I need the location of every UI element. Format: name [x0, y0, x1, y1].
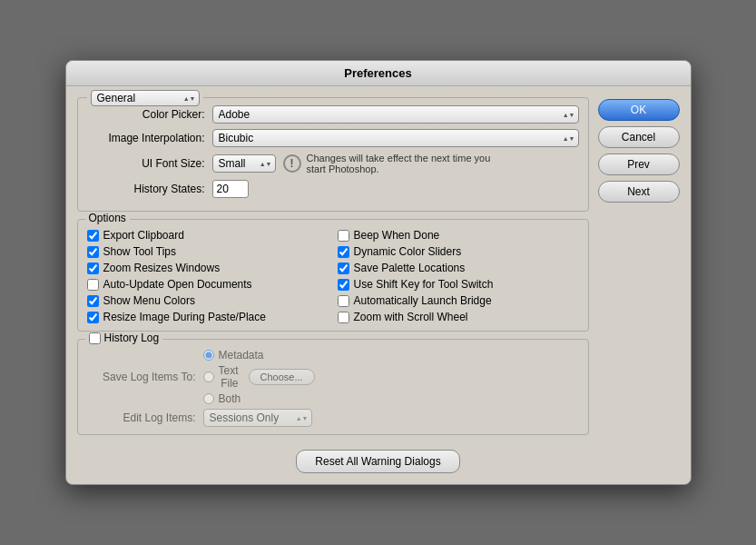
- option-zoom-scroll[interactable]: Zoom with Scroll Wheel: [338, 311, 579, 323]
- image-interp-select[interactable]: Bicubic: [212, 129, 579, 147]
- history-log-legend: History Log: [85, 332, 163, 344]
- checkbox-save-palette-locations[interactable]: [338, 263, 349, 274]
- option-save-palette-locations[interactable]: Save Palette Locations: [338, 262, 579, 274]
- reset-row: Reset All Warning Dialogs: [77, 450, 680, 473]
- option-show-menu-colors[interactable]: Show Menu Colors: [87, 294, 329, 307]
- edit-log-select-wrapper[interactable]: Sessions Only: [203, 409, 312, 427]
- option-auto-launch-bridge[interactable]: Automatically Launch Bridge: [338, 294, 579, 307]
- options-legend: Options: [85, 212, 130, 224]
- checkbox-use-shift-key[interactable]: [338, 279, 349, 291]
- radio-text-file-input[interactable]: [203, 372, 214, 382]
- color-picker-select-wrapper[interactable]: Adobe: [212, 105, 579, 124]
- image-interp-row: Image Interpolation: Bicubic: [87, 129, 579, 147]
- dialog-footer: Reset All Warning Dialogs: [66, 450, 691, 484]
- radio-both-input[interactable]: [203, 393, 214, 404]
- radio-both[interactable]: Both: [203, 392, 312, 405]
- radio-group: Metadata Text File Choose... Both: [203, 349, 319, 405]
- general-section: General Color Picker: Adobe Image Inte: [77, 97, 589, 212]
- color-picker-row: Color Picker: Adobe: [87, 105, 579, 124]
- checkbox-show-tool-tips[interactable]: [87, 246, 99, 258]
- ui-font-label: UI Font Size:: [87, 157, 205, 170]
- prev-button[interactable]: Prev: [598, 154, 680, 175]
- option-dynamic-color-sliders[interactable]: Dynamic Color Sliders: [338, 245, 579, 258]
- radio-metadata[interactable]: Metadata: [203, 349, 312, 362]
- option-zoom-resizes-windows[interactable]: Zoom Resizes Windows: [87, 262, 329, 274]
- edit-log-label: Edit Log Items:: [87, 411, 196, 424]
- category-select[interactable]: General: [91, 90, 200, 106]
- next-button[interactable]: Next: [598, 181, 680, 203]
- history-log-checkbox[interactable]: [89, 332, 101, 344]
- edit-log-row: Edit Log Items: Sessions Only: [87, 409, 579, 427]
- checkbox-auto-update[interactable]: [87, 279, 99, 291]
- ok-button[interactable]: OK: [598, 99, 680, 121]
- main-content: General Color Picker: Adobe Image Inte: [77, 97, 589, 435]
- option-show-tool-tips[interactable]: Show Tool Tips: [87, 245, 329, 258]
- history-states-input[interactable]: [212, 180, 249, 198]
- history-log-section: History Log Save Log Items To: Metadata: [77, 339, 589, 435]
- color-picker-label: Color Picker:: [87, 108, 205, 121]
- checkbox-zoom-resizes-windows[interactable]: [87, 263, 99, 274]
- radio-text-file[interactable]: Text File Choose...: [203, 364, 312, 390]
- button-panel: OK Cancel Prev Next: [598, 97, 680, 435]
- checkbox-dynamic-color-sliders[interactable]: [338, 246, 349, 258]
- checkbox-show-menu-colors[interactable]: [87, 295, 99, 307]
- history-log-label: History Log: [104, 332, 160, 344]
- log-rows: Save Log Items To: Metadata Text File Ch…: [87, 349, 579, 427]
- checkbox-export-clipboard[interactable]: [87, 230, 99, 242]
- image-interp-select-wrapper[interactable]: Bicubic: [212, 129, 579, 147]
- category-select-wrapper[interactable]: General: [91, 90, 200, 106]
- dialog-title: Preferences: [66, 61, 691, 86]
- edit-log-select[interactable]: Sessions Only: [203, 409, 312, 427]
- warning-text: Changes will take effect the next time y…: [307, 153, 506, 174]
- history-states-row: History States:: [87, 180, 579, 198]
- options-section: Options Export Clipboard Beep When Done: [77, 219, 589, 332]
- ui-font-row: UI Font Size: Small ! Changes will take …: [87, 153, 579, 174]
- reset-button[interactable]: Reset All Warning Dialogs: [296, 450, 459, 473]
- save-log-label: Save Log Items To:: [87, 371, 196, 383]
- checkbox-zoom-scroll[interactable]: [338, 312, 349, 323]
- checkbox-auto-launch-bridge[interactable]: [338, 295, 349, 307]
- radio-metadata-input[interactable]: [203, 350, 214, 361]
- option-beep-when-done[interactable]: Beep When Done: [338, 229, 579, 242]
- image-interp-label: Image Interpolation:: [87, 132, 205, 144]
- checkbox-resize-image[interactable]: [87, 312, 99, 323]
- option-export-clipboard[interactable]: Export Clipboard: [87, 229, 329, 242]
- general-legend: General: [87, 90, 203, 106]
- option-use-shift-key[interactable]: Use Shift Key for Tool Switch: [338, 278, 579, 291]
- choose-button[interactable]: Choose...: [249, 369, 315, 385]
- checkbox-beep-when-done[interactable]: [338, 230, 349, 242]
- ui-font-select[interactable]: Small: [212, 154, 276, 173]
- cancel-button[interactable]: Cancel: [598, 126, 680, 148]
- history-states-label: History States:: [87, 183, 205, 195]
- color-picker-select[interactable]: Adobe: [212, 105, 579, 124]
- option-auto-update[interactable]: Auto-Update Open Documents: [87, 278, 329, 291]
- save-log-row: Save Log Items To: Metadata Text File Ch…: [87, 349, 579, 405]
- options-grid: Export Clipboard Beep When Done Show Too…: [87, 229, 579, 323]
- ui-font-select-wrapper[interactable]: Small: [212, 154, 276, 173]
- preferences-dialog: Preferences General Color Picker:: [65, 60, 692, 485]
- warning-icon: !: [283, 154, 301, 173]
- option-resize-image[interactable]: Resize Image During Paste/Place: [87, 311, 329, 323]
